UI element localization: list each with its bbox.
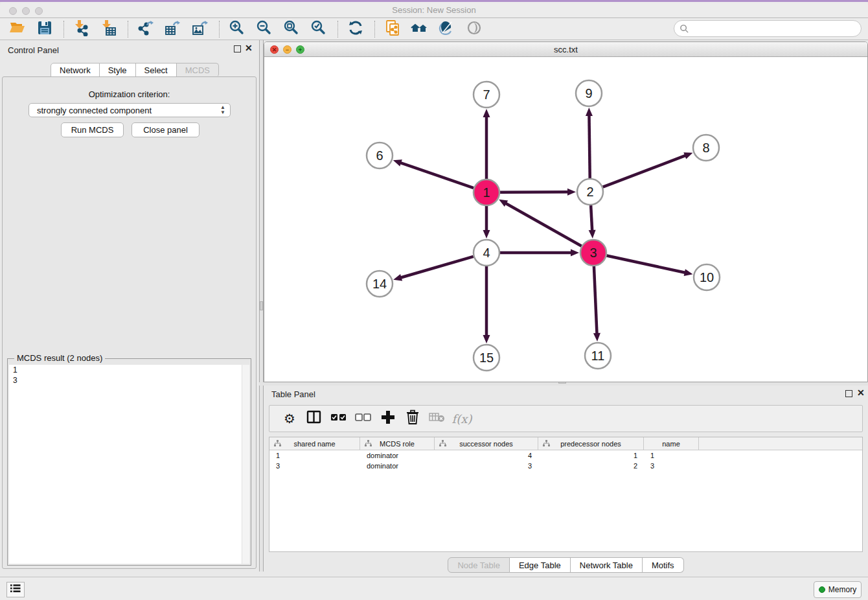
zoom-selected-button[interactable] xyxy=(309,20,328,38)
dropdown-stepper-icon: ▲▼ xyxy=(220,105,225,115)
graph-node-6[interactable]: 6 xyxy=(367,143,393,168)
fx-icon: f(x) xyxy=(452,412,472,426)
search-input[interactable] xyxy=(689,24,861,34)
column-header-successor-nodes[interactable]: successor nodes xyxy=(435,437,538,450)
graph-edge-4-14[interactable] xyxy=(393,257,474,281)
function-builder-button[interactable]: f(x) xyxy=(452,409,472,428)
table-row[interactable]: 1dominator411 xyxy=(269,450,862,461)
graph-edge-1-7[interactable] xyxy=(483,109,490,179)
column-header-shared-name[interactable]: shared name xyxy=(269,437,360,450)
node-table[interactable]: shared nameMCDS rolesuccessor nodesprede… xyxy=(269,437,863,552)
control-panel-float-button[interactable] xyxy=(234,45,241,52)
graph-node-8[interactable]: 8 xyxy=(693,135,719,161)
deselect-all-rows-button[interactable] xyxy=(354,409,373,428)
table-tab-network-table[interactable]: Network Table xyxy=(571,557,643,573)
export-image-button[interactable] xyxy=(190,20,210,38)
graph-node-2[interactable]: 2 xyxy=(577,179,603,205)
node-label: 3 xyxy=(589,246,597,260)
run-mcds-button[interactable]: Run MCDS xyxy=(61,122,124,137)
graph-edge-2-9[interactable] xyxy=(586,108,593,178)
show-all-networks-button[interactable] xyxy=(410,20,429,38)
toolbar-separator xyxy=(337,21,338,38)
control-panel-tab-select[interactable]: Select xyxy=(136,63,177,77)
zoom-in-button[interactable] xyxy=(227,20,247,38)
graph-edge-4-3[interactable] xyxy=(500,249,579,257)
table-tab-motifs[interactable]: Motifs xyxy=(643,557,684,573)
graph-edge-2-3[interactable] xyxy=(589,205,596,238)
network-window-titlebar[interactable]: ✕ − + scc.txt xyxy=(264,42,867,57)
column-header-name[interactable]: name xyxy=(644,437,699,450)
search-box[interactable] xyxy=(674,20,862,37)
export-table-button[interactable] xyxy=(163,20,183,38)
close-panel-button[interactable]: Close panel xyxy=(131,122,200,137)
table-tab-node-table[interactable]: Node Table xyxy=(448,557,510,573)
graph-node-14[interactable]: 14 xyxy=(367,271,393,297)
graph-edge-2-8[interactable] xyxy=(603,152,693,187)
control-panel-tab-mcds[interactable]: MCDS xyxy=(177,63,219,77)
graph-node-9[interactable]: 9 xyxy=(576,80,602,106)
save-floppy-icon xyxy=(36,19,53,39)
memory-label: Memory xyxy=(828,585,856,594)
control-panel-close-button[interactable]: ✕ xyxy=(245,43,253,52)
delete-column-button[interactable] xyxy=(403,409,422,428)
table-toolbar: ⚙ f(x) xyxy=(269,405,863,432)
control-panel-tab-network[interactable]: Network xyxy=(51,63,100,77)
graph-node-3[interactable]: 3 xyxy=(580,240,606,266)
graph-node-15[interactable]: 15 xyxy=(474,345,499,371)
mcds-result-scrollbar[interactable] xyxy=(242,365,249,564)
show-hide-panel-button[interactable] xyxy=(464,20,484,38)
unchecked-boxes-icon xyxy=(355,411,372,426)
import-network-button[interactable] xyxy=(72,20,91,38)
delete-table-button[interactable] xyxy=(428,409,447,428)
graph-edge-1-2[interactable] xyxy=(500,189,576,196)
graph-node-10[interactable]: 10 xyxy=(694,264,720,290)
table-body: 1dominator4113dominator323 xyxy=(269,450,862,471)
optimization-criterion-dropdown[interactable]: strongly connected component ▲▼ xyxy=(29,103,231,117)
column-header-MCDS-role[interactable]: MCDS role xyxy=(360,437,435,450)
zoom-in-icon xyxy=(229,19,246,39)
graph-node-1[interactable]: 1 xyxy=(474,179,499,205)
table-panel-close-button[interactable]: ✕ xyxy=(857,388,865,397)
save-session-button[interactable] xyxy=(35,20,54,38)
zoom-out-button[interactable] xyxy=(255,20,274,38)
task-history-button[interactable] xyxy=(6,582,25,597)
graph-node-4[interactable]: 4 xyxy=(474,240,499,266)
table-options-button[interactable]: ⚙ xyxy=(280,409,299,428)
export-network-button[interactable] xyxy=(136,20,155,38)
table-cell: 1 xyxy=(538,450,644,461)
node-label: 4 xyxy=(483,246,490,260)
show-columns-button[interactable] xyxy=(304,409,324,428)
graph-edge-1-6[interactable] xyxy=(393,159,474,188)
apply-layout-button[interactable] xyxy=(346,20,365,38)
import-table-button[interactable] xyxy=(99,20,119,38)
hide-graphics-details-button[interactable] xyxy=(437,20,457,38)
memory-button[interactable]: Memory xyxy=(814,581,862,598)
mcds-result-list[interactable]: 13 xyxy=(9,365,249,564)
graph-node-7[interactable]: 7 xyxy=(474,82,499,108)
duplicate-network-button[interactable] xyxy=(383,20,402,38)
network-graph[interactable]: 7968124314101511 xyxy=(264,57,867,382)
graph-edge-3-1[interactable] xyxy=(499,200,582,246)
table-panel-float-button[interactable] xyxy=(845,390,852,397)
select-all-rows-button[interactable] xyxy=(329,409,348,428)
window-title: Session: New Session xyxy=(0,5,868,15)
table-row[interactable]: 3dominator323 xyxy=(269,461,862,471)
graph-edge-3-11[interactable] xyxy=(593,266,600,341)
network-canvas[interactable]: 7968124314101511 xyxy=(264,57,867,382)
open-session-button[interactable] xyxy=(8,20,27,38)
vertical-splitter[interactable] xyxy=(259,40,264,571)
graph-edge-3-10[interactable] xyxy=(607,255,693,275)
graph-node-11[interactable]: 11 xyxy=(585,343,611,369)
plus-icon xyxy=(380,410,396,428)
create-column-button[interactable] xyxy=(378,409,398,428)
graph-edge-1-4[interactable] xyxy=(483,206,490,238)
control-panel-tab-style[interactable]: Style xyxy=(100,63,136,77)
column-header-predecessor-nodes[interactable]: predecessor nodes xyxy=(538,437,644,450)
table-tab-edge-table[interactable]: Edge Table xyxy=(510,557,571,573)
zoom-fit-button[interactable] xyxy=(282,20,301,38)
control-panel-tabs: NetworkStyleSelectMCDS xyxy=(51,63,219,77)
table-cell: 3 xyxy=(269,461,360,471)
table-cell: 1 xyxy=(269,450,360,461)
splitter-grip[interactable] xyxy=(260,301,263,310)
graph-edge-4-15[interactable] xyxy=(483,266,490,343)
